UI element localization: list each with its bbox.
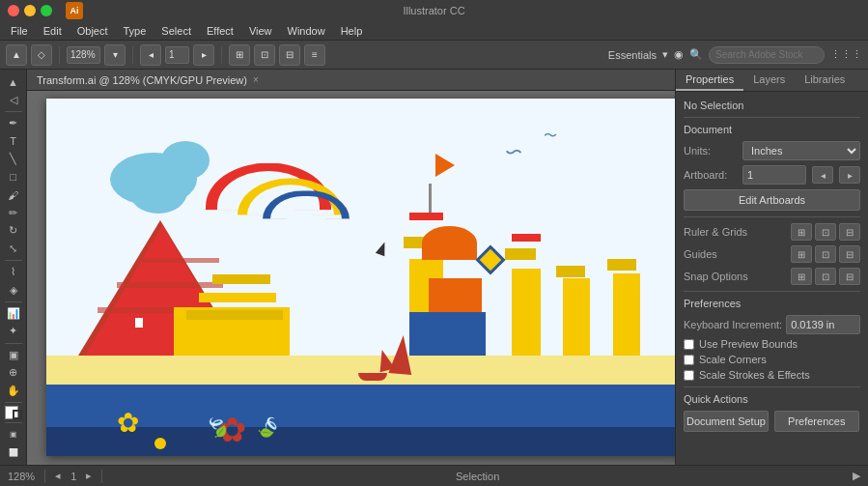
scale-corners-label: Scale Corners [699,354,767,365]
keyboard-increment-input[interactable] [786,315,860,334]
zoom-down-btn[interactable]: ▾ [104,44,126,66]
seagull-1: 〜 [505,141,522,164]
menu-window[interactable]: Window [281,23,332,39]
essentials-chevron-icon: ▾ [662,48,668,61]
artboard-prev-btn[interactable]: ◂ [140,44,161,66]
document-setup-btn[interactable]: Document Setup [684,411,769,432]
ruler-icon-2[interactable]: ⊡ [815,223,836,241]
app-icon: Ai [66,2,83,19]
snap-icon-3[interactable]: ⊟ [839,268,860,285]
artboard-prev-icon[interactable]: ◂ [812,166,833,184]
scale-tool[interactable]: ⤡ [3,240,24,257]
symbol-tool[interactable]: ✦ [3,323,24,340]
artwork-canvas: 〜 〜 [46,99,675,456]
tab-libraries[interactable]: Libraries [795,70,854,91]
type-tool[interactable]: T [3,132,24,150]
toolbar-separator-3 [221,46,222,64]
ruler-icon-1[interactable]: ⊞ [791,223,812,241]
grid-icon: ⋮⋮⋮ [830,48,862,61]
snap-options-row: Snap Options ⊞ ⊡ ⊟ [684,268,860,285]
artboard-display: ◂ [55,470,61,482]
quick-actions-title: Quick Actions [684,393,860,405]
artboard-number-input[interactable] [742,165,806,185]
menu-help[interactable]: Help [334,23,370,39]
guides-icon-2[interactable]: ⊡ [815,245,836,263]
column-graph-tool[interactable]: 📊 [3,305,24,323]
tower-r1 [512,269,541,356]
transform-btn[interactable]: ⊡ [254,44,275,66]
pathfinder-btn[interactable]: ⊟ [279,44,300,66]
zoom-input[interactable] [67,46,100,64]
tab-properties[interactable]: Properties [676,70,743,91]
line-tool[interactable]: ╲ [3,151,24,168]
staircase-1 [186,310,283,320]
edit-artboards-row: Edit Artboards [684,189,860,211]
screen-mode-btn[interactable]: ⬜ [3,443,24,461]
pyramid-win-1 [135,318,143,328]
fill-stroke-box[interactable] [5,406,22,419]
align-btn[interactable]: ⊞ [229,44,250,66]
snap-icon-2[interactable]: ⊡ [815,268,836,285]
blend-tool[interactable]: ◈ [3,281,24,299]
maximize-button[interactable] [41,5,52,16]
lt-sep-2 [5,260,22,261]
ruler-icon-3[interactable]: ⊟ [839,223,860,241]
scale-strokes-label: Scale Strokes & Effects [699,369,810,381]
warp-tool[interactable]: ⌇ [3,264,24,281]
menu-select[interactable]: Select [154,23,198,39]
more-btn[interactable]: ≡ [304,44,325,66]
preferences-btn[interactable]: Preferences [774,411,859,432]
keyboard-increment-row: Keyboard Increment: [684,315,860,334]
artboard-tool[interactable]: ▣ [3,346,24,363]
search-input[interactable] [709,46,825,64]
select-tool-btn[interactable]: ▲ [6,44,27,66]
hand-tool[interactable]: ✋ [3,382,24,399]
divider-3 [684,291,860,292]
units-select[interactable]: Inches [742,141,860,160]
canvas-area[interactable]: Transform.ai @ 128% (CMYK/GPU Preview) × [27,70,675,465]
ruler-grids-row: Ruler & Grids ⊞ ⊡ ⊟ [684,223,860,241]
water [46,385,675,427]
status-sep-1 [44,470,45,483]
tower-r3 [613,273,640,356]
artboard-input[interactable] [165,46,189,64]
edit-artboards-btn[interactable]: Edit Artboards [684,189,860,211]
titlebar: Ai Illustrator CC [0,0,868,21]
direct-selection-tool[interactable]: ◁ [3,92,24,109]
menu-type[interactable]: Type [117,23,154,39]
use-preview-bounds-checkbox[interactable] [684,339,694,350]
paintbrush-tool[interactable]: 🖌 [3,186,24,204]
menu-edit[interactable]: Edit [37,23,69,39]
zoom-tool[interactable]: ⊕ [3,364,24,382]
menubar: File Edit Object Type Select Effect View… [0,21,868,41]
menu-file[interactable]: File [4,23,35,39]
menu-view[interactable]: View [242,23,279,39]
selection-tool[interactable]: ▲ [3,73,24,91]
doc-tab-label: Transform.ai @ 128% (CMYK/GPU Preview) [37,74,247,86]
guides-icon-3[interactable]: ⊟ [839,245,860,263]
artboard-next-icon[interactable]: ▸ [839,166,860,184]
search-icon: 🔍 [689,48,703,61]
menu-object[interactable]: Object [70,23,115,39]
left-toolbar: ▲ ◁ ✒ T ╲ □ 🖌 ✏ ↻ ⤡ ⌇ ◈ 📊 ✦ ▣ ⊕ ✋ ▣ ⬜ [0,70,27,465]
close-button[interactable] [8,5,19,16]
rotate-tool[interactable]: ↻ [3,222,24,240]
guides-icon-1[interactable]: ⊞ [791,245,812,263]
scale-corners-checkbox[interactable] [684,355,694,365]
artboard-next-btn[interactable]: ▸ [193,44,214,66]
preferences-title: Preferences [684,298,860,309]
menu-effect[interactable]: Effect [200,23,240,39]
rect-tool[interactable]: □ [3,168,24,186]
wall-blue [409,312,486,356]
tab-close-btn[interactable]: × [253,74,259,85]
pen-tool[interactable]: ✒ [3,115,24,132]
units-row: Units: Inches [684,141,860,160]
snap-icon-1[interactable]: ⊞ [791,268,812,285]
tab-layers[interactable]: Layers [743,70,795,91]
direct-select-btn[interactable]: ◇ [31,44,52,66]
camera-icon: ◉ [674,48,684,61]
pencil-tool[interactable]: ✏ [3,204,24,221]
draw-mode-btn[interactable]: ▣ [3,426,24,443]
minimize-button[interactable] [24,5,36,16]
scale-strokes-checkbox[interactable] [684,370,694,381]
